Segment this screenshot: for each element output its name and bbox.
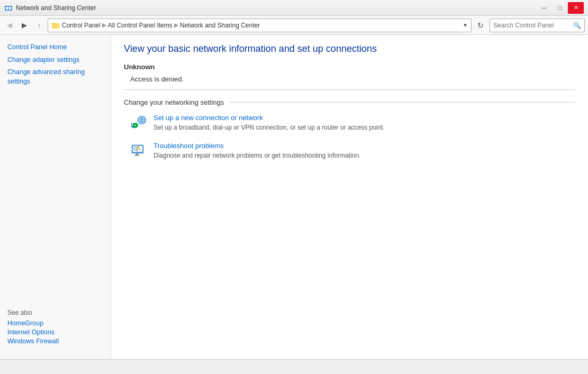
app-icon xyxy=(4,4,13,12)
svg-rect-19 xyxy=(136,153,138,155)
status-bar xyxy=(0,359,588,374)
maximize-button[interactable]: □ xyxy=(552,2,568,14)
breadcrumb-all-items[interactable]: All Control Panel Items xyxy=(108,22,173,29)
search-box: 🔍 xyxy=(490,19,585,32)
networking-settings-text: Change your networking settings xyxy=(124,98,224,106)
breadcrumb-control-panel[interactable]: Control Panel xyxy=(62,22,101,29)
svg-rect-16 xyxy=(135,125,136,126)
new-connection-action: Set up a new connection or network Set u… xyxy=(124,114,575,132)
new-connection-desc: Set up a broadband, dial-up or VPN conne… xyxy=(153,124,385,131)
breadcrumb-current: Network and Sharing Center xyxy=(180,22,260,29)
troubleshoot-link[interactable]: Troubleshoot problems xyxy=(153,142,361,150)
up-button[interactable]: ↑ xyxy=(33,19,46,32)
title-bar-left: Network and Sharing Center xyxy=(4,4,96,12)
breadcrumb-dropdown-arrow[interactable]: ▼ xyxy=(463,22,468,28)
page-title: View your basic network information and … xyxy=(124,43,575,54)
address-path: Control Panel ▶ All Control Panel Items … xyxy=(48,19,472,32)
new-connection-content: Set up a new connection or network Set u… xyxy=(153,114,385,132)
window-title: Network and Sharing Center xyxy=(16,4,96,12)
svg-rect-4 xyxy=(52,23,55,24)
sidebar-adapter-settings[interactable]: Change adapter settings xyxy=(0,54,111,67)
svg-point-2 xyxy=(8,7,10,9)
section-divider xyxy=(229,102,575,103)
sidebar-advanced-sharing[interactable]: Change advanced sharing settings xyxy=(0,66,111,88)
sidebar-internet-options[interactable]: Internet Options xyxy=(7,329,103,336)
troubleshoot-action: Troubleshoot problems Diagnose and repai… xyxy=(124,142,575,160)
refresh-button[interactable]: ↻ xyxy=(474,19,487,32)
see-also-section: See also HomeGroup Internet Options Wind… xyxy=(0,303,111,353)
network-name: Unknown xyxy=(124,63,575,71)
back-button[interactable]: ◀ xyxy=(3,19,16,32)
troubleshoot-content: Troubleshoot problems Diagnose and repai… xyxy=(153,142,361,160)
see-also-title: See also xyxy=(7,309,103,316)
minimize-button[interactable]: ─ xyxy=(536,2,552,14)
networking-settings-header: Change your networking settings xyxy=(124,98,575,106)
window-controls: ─ □ ✕ xyxy=(536,2,584,14)
network-info: Access is denied. xyxy=(124,75,575,83)
troubleshoot-icon xyxy=(130,142,147,159)
main-layout: Control Panel Home Change adapter settin… xyxy=(0,35,588,359)
svg-rect-20 xyxy=(134,155,140,156)
folder-icon xyxy=(51,21,60,30)
network-section: Unknown Access is denied. xyxy=(124,63,575,90)
new-connection-link[interactable]: Set up a new connection or network xyxy=(153,114,385,122)
address-bar: ◀ ▶ ↑ Control Panel ▶ All Control Panel … xyxy=(0,16,588,35)
search-input[interactable] xyxy=(493,22,573,29)
access-denied-label: Access is denied. xyxy=(130,75,184,83)
new-connection-icon xyxy=(130,114,147,131)
sidebar-control-panel-home[interactable]: Control Panel Home xyxy=(0,41,111,54)
sidebar-homegroup[interactable]: HomeGroup xyxy=(7,320,103,327)
sidebar-windows-firewall[interactable]: Windows Firewall xyxy=(7,337,103,345)
troubleshoot-desc: Diagnose and repair network problems or … xyxy=(153,152,361,159)
sidebar: Control Panel Home Change adapter settin… xyxy=(0,35,111,359)
search-icon: 🔍 xyxy=(573,22,581,29)
close-button[interactable]: ✕ xyxy=(568,2,584,14)
title-bar: Network and Sharing Center ─ □ ✕ xyxy=(0,0,588,16)
forward-button[interactable]: ▶ xyxy=(18,19,31,32)
content-area: View your basic network information and … xyxy=(111,35,588,359)
